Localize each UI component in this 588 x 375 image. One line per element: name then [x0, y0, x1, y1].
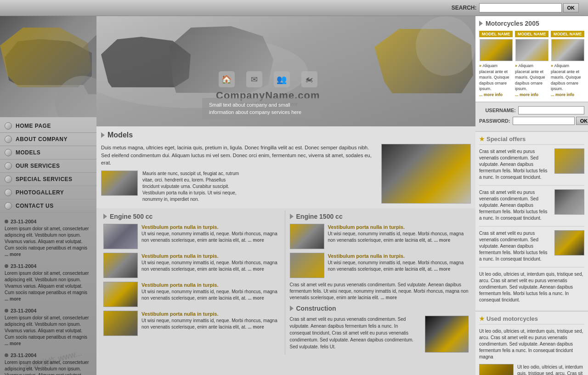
- construction-content: Cras sit amet velit eu purus venenatis c…: [290, 316, 469, 352]
- main-wrapper: HOME PAGE ABOUT COMPANY MODELS OUR SERVI…: [0, 16, 588, 375]
- moto-model-img-2: [515, 39, 548, 61]
- used-motorcycles-section: ★ Used motorcycles Ut leo odio, ultricie…: [475, 312, 588, 375]
- news-text-2: Lorem ipsum dolor sit amet, consectetuer…: [5, 270, 92, 302]
- engine-500-thumb-2: [103, 253, 138, 278]
- news-date-4: 23-11-2004: [5, 352, 92, 358]
- offer-item-3: Cras sit amet velit eu purus venenatis c…: [479, 230, 584, 262]
- moto2005-title: Motorcycles 2005: [479, 20, 584, 27]
- password-label: PASSWORD:: [479, 118, 510, 124]
- moto-model-desc-2: » Aliquam placerat ante et mauris. Quisq…: [515, 63, 548, 98]
- engine-500-arrow-icon: [103, 214, 107, 219]
- engine-1500-more-1[interactable]: ... more: [434, 238, 451, 243]
- sidebar-item-about[interactable]: ABOUT COMPANY: [0, 133, 96, 146]
- sidebar: HOME PAGE ABOUT COMPANY MODELS OUR SERVI…: [0, 16, 96, 375]
- used-item-text: Ut leo odio, ultricies ut, interdum quis…: [517, 364, 584, 375]
- moto-model-card-1: MODEL NAME » Aliquam placerat ante et ma…: [479, 31, 513, 98]
- username-input[interactable]: [518, 106, 584, 114]
- sidebar-item-contact[interactable]: CONTACT US: [0, 199, 96, 213]
- nav-bullet-icon: [5, 162, 12, 170]
- password-input[interactable]: [513, 117, 575, 125]
- nav-bullet-icon: [5, 189, 12, 196]
- engine-500-more-2[interactable]: ... more: [248, 267, 264, 272]
- engine-1500-item-3: Cras sit amet velit eu purus venenatis c…: [290, 282, 469, 301]
- model-sub-row: Mauris ante nunc, suscipit ut, feugiat a…: [101, 170, 377, 203]
- news-more-link-3[interactable]: ... more: [5, 341, 21, 346]
- news-date-2: 23-11-2004: [5, 263, 92, 269]
- offer-text-2: Cras sit amet velit eu purus venenatis c…: [479, 189, 551, 222]
- engine-500-item-4: Vestibulum porta nulla in turpis. Ut wis…: [103, 311, 283, 336]
- construction-text: Cras sit amet velit eu purus venenatis c…: [290, 316, 421, 352]
- engine-1500-more-2[interactable]: ... more: [434, 267, 451, 272]
- sidebar-item-models[interactable]: MODELS: [0, 146, 96, 159]
- right-sidebar: Motorcycles 2005 MODEL NAME » Aliquam pl…: [475, 16, 588, 375]
- engine-500-more-1[interactable]: ... more: [248, 238, 264, 243]
- model-large-image: [381, 144, 471, 204]
- engine-1500-text-3: Cras sit amet velit eu purus venenatis c…: [290, 282, 469, 301]
- sidebar-news: 23-11-2004 Lorem ipsum dolor sit amet, c…: [0, 215, 96, 375]
- news-text-4: Lorem ipsum dolor sit amet, consectetuer…: [5, 359, 92, 375]
- login-ok-button[interactable]: OK: [576, 117, 588, 125]
- offer-img-3: [554, 230, 584, 256]
- news-dot-icon: [5, 309, 8, 312]
- construction-title: Construction: [290, 305, 469, 312]
- hero-icons-row: 🏠 ✉ 👥 🏍: [216, 71, 320, 87]
- engine-1500-col: Engine 1500 cc Vestibulum porta nulla in…: [285, 210, 471, 355]
- engines-section: Engine 500 cc Vestibulum porta nulla in …: [96, 208, 475, 357]
- nav-bullet-icon: [5, 122, 12, 130]
- moto-more-link-1[interactable]: ... more info: [479, 92, 503, 97]
- moto-models-grid: MODEL NAME » Aliquam placerat ante et ma…: [479, 31, 584, 98]
- news-item-1: 23-11-2004 Lorem ipsum dolor sit amet, c…: [5, 219, 92, 258]
- engine-500-item-1: Vestibulum porta nulla in turpis. Ut wis…: [103, 224, 283, 249]
- engine-1500-text-1: Vestibulum porta nulla in turpis. Ut wis…: [328, 224, 469, 244]
- moto-model-card-2: MODEL NAME » Aliquam placerat ante et ma…: [515, 31, 548, 98]
- news-more-link-1[interactable]: ... more: [5, 252, 21, 257]
- construction-image: [425, 316, 469, 352]
- engine-1500-more-3[interactable]: ... more: [380, 295, 397, 300]
- engine-500-more-4[interactable]: ... more: [248, 324, 264, 330]
- sidebar-item-photogallery[interactable]: PHOTOGALLERY: [0, 186, 96, 199]
- news-text-1: Lorem ipsum dolor sit amet, consectetuer…: [5, 226, 92, 258]
- sidebar-item-home[interactable]: HOME PAGE: [0, 119, 96, 133]
- moto-model-name-2: MODEL NAME: [515, 31, 548, 37]
- engine-500-col: Engine 500 cc Vestibulum porta nulla in …: [101, 210, 285, 355]
- used-item-1: Ut leo odio, ultricies ut, interdum quis…: [479, 364, 584, 375]
- hero-area: 🏠 ✉ 👥 🏍 CompanyName.com slogan of your c…: [96, 16, 475, 126]
- engine-500-more-3[interactable]: ... more: [248, 295, 264, 301]
- model-sub-image: [101, 170, 138, 196]
- sidebar-item-special-services[interactable]: SPECIAL SERVICES: [0, 173, 96, 186]
- engine-1500-arrow-icon: [290, 214, 294, 219]
- engine-500-thumb-4: [103, 311, 138, 336]
- sidebar-item-our-services[interactable]: OUR SERVICES: [0, 159, 96, 173]
- model-desc-text: Duis metus magna, ultricies eget, lacini…: [101, 144, 377, 167]
- search-ok-button[interactable]: OK: [563, 3, 579, 12]
- offer-item-2: Cras sit amet velit eu purus venenatis c…: [479, 189, 584, 222]
- moto-model-desc-1: » Aliquam placerat ante et mauris. Quisq…: [479, 63, 513, 98]
- search-input[interactable]: [479, 3, 562, 12]
- engine-500-item-2: Vestibulum porta nulla in turpis. Ut wis…: [103, 253, 283, 278]
- moto-more-link-3[interactable]: ... more info: [551, 92, 574, 97]
- models-arrow-icon: [101, 132, 105, 138]
- offer-text-3: Cras sit amet velit eu purus venenatis c…: [479, 230, 551, 262]
- center-content: 🏠 ✉ 👥 🏍 CompanyName.com slogan of your c…: [96, 16, 475, 375]
- news-dot-icon: [5, 264, 8, 268]
- banner-area: [0, 16, 96, 117]
- hero-desc-text: Small text about company and small infor…: [209, 102, 315, 116]
- used-moto-image: [479, 364, 514, 375]
- model-description: Duis metus magna, ultricies eget, lacini…: [101, 144, 377, 204]
- news-dot-icon: [5, 353, 8, 357]
- engine-1500-title: Engine 1500 cc: [290, 213, 469, 220]
- people-icon: 👥: [274, 71, 290, 87]
- engine-500-item-3: Vestibulum porta nulla in turpis. Ut wis…: [103, 282, 283, 307]
- offer-separator-1: [479, 185, 584, 186]
- username-label: USERNAME:: [479, 108, 516, 113]
- news-date-1: 23-11-2004: [5, 219, 92, 224]
- offer-long-text: Ut leo odio, ultricies ut, interdum quis…: [479, 271, 584, 303]
- offer-item-1: Cras sit amet velit eu purus venenatis c…: [479, 148, 584, 181]
- special-offers-section: ★ Special offers Cras sit amet velit eu …: [475, 132, 588, 312]
- news-more-link-2[interactable]: ... more: [5, 296, 21, 301]
- offer-separator-3: [479, 267, 584, 267]
- engine-1500-item-1: Vestibulum porta nulla in turpis. Ut wis…: [290, 224, 469, 249]
- engine-500-thumb-3: [103, 282, 138, 307]
- moto-more-link-2[interactable]: ... more info: [515, 92, 538, 97]
- news-text-3: Lorem ipsum dolor sit amet, consectetuer…: [5, 315, 92, 347]
